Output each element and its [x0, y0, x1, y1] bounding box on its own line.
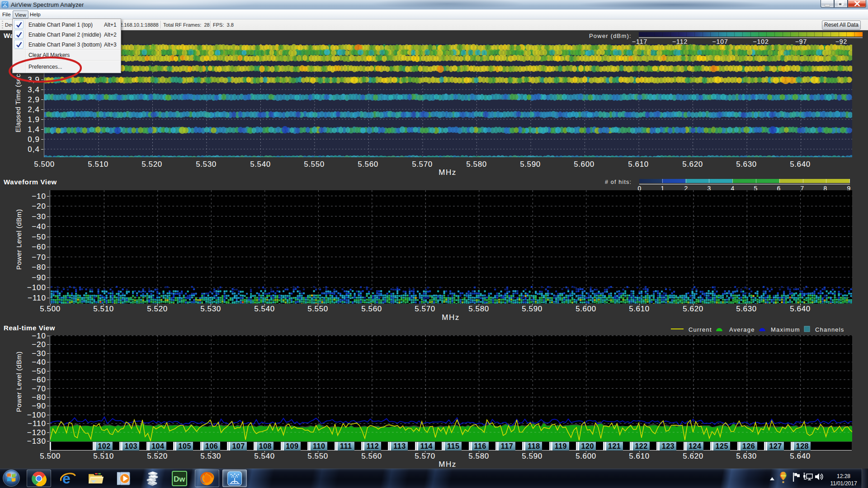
svg-text:Dw: Dw: [174, 475, 185, 483]
